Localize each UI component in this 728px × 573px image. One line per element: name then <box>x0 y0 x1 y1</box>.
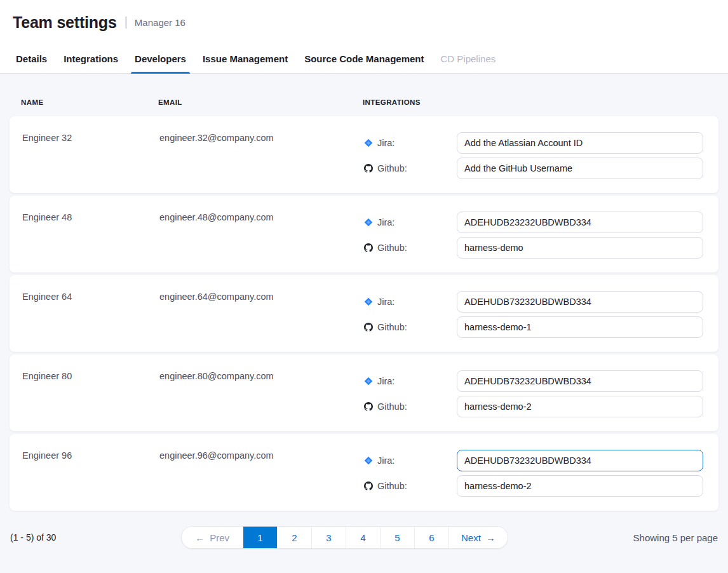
jira-line: Jira: <box>364 212 703 233</box>
table-row: Engineer 80 engineer.80@company.com Jira… <box>10 354 718 431</box>
tab-details[interactable]: Details <box>12 44 51 73</box>
developer-email: engineer.96@company.com <box>159 450 364 511</box>
page-button-3[interactable]: 3 <box>312 527 346 548</box>
table-row: Engineer 32 engineer.32@company.com Jira… <box>10 116 718 193</box>
tab-bar: Details Integrations Developers Issue Ma… <box>0 44 728 74</box>
github-label-text: Github: <box>377 243 407 253</box>
tab-issue-management[interactable]: Issue Management <box>199 44 292 73</box>
github-username-input[interactable] <box>457 316 703 338</box>
page-button-4[interactable]: 4 <box>346 527 381 548</box>
integrations-cell: Jira: Github: <box>364 212 703 273</box>
pager: ← Prev 1 2 3 4 5 6 Next → <box>181 526 508 549</box>
page-button-2[interactable]: 2 <box>278 527 312 548</box>
jira-icon <box>364 297 373 306</box>
jira-account-id-input[interactable] <box>457 132 703 154</box>
pagination-range-text: (1 - 5) of 30 <box>10 532 56 543</box>
github-username-input[interactable] <box>457 475 703 497</box>
jira-icon <box>364 218 373 227</box>
github-label: Github: <box>364 163 457 173</box>
tab-developers-label: Developers <box>135 53 186 64</box>
jira-account-id-input-focused[interactable] <box>457 450 703 471</box>
table-row: Engineer 48 engineer.48@company.com Jira… <box>10 196 718 273</box>
github-label: Github: <box>364 322 457 332</box>
table-row: Engineer 64 engineer.64@company.com Jira… <box>10 275 718 352</box>
pagination-bar: (1 - 5) of 30 ← Prev 1 2 3 4 5 6 Next → … <box>10 526 718 549</box>
github-line: Github: <box>364 158 703 179</box>
developer-name: Engineer 48 <box>22 212 159 273</box>
github-line: Github: <box>364 396 703 417</box>
tab-cd-pipelines-label: CD Pipelines <box>441 53 496 64</box>
table-row: Engineer 96 engineer.96@company.com Jira… <box>10 434 718 511</box>
github-icon <box>364 482 373 490</box>
prev-page-button[interactable]: ← Prev <box>182 527 243 548</box>
tab-issue-management-label: Issue Management <box>203 53 288 64</box>
jira-account-id-input[interactable] <box>457 212 703 233</box>
jira-line: Jira: <box>364 450 703 471</box>
column-header-name: Name <box>21 98 158 106</box>
developer-email: engineer.48@company.com <box>159 212 364 273</box>
developer-name: Engineer 64 <box>22 291 159 352</box>
jira-label-text: Jira: <box>377 297 394 307</box>
integrations-cell: Jira: Github: <box>364 450 703 511</box>
integrations-cell: Jira: Github: <box>364 370 703 431</box>
per-page-text: Showing 5 per page <box>633 532 718 543</box>
github-line: Github: <box>364 316 703 338</box>
jira-icon <box>364 138 373 147</box>
github-label: Github: <box>364 243 457 253</box>
github-label-text: Github: <box>377 401 407 412</box>
github-username-input[interactable] <box>457 237 703 259</box>
right-arrow-icon: → <box>486 532 495 543</box>
developer-name: Engineer 32 <box>22 132 159 193</box>
page-title: Team settings <box>13 13 117 32</box>
jira-label-text: Jira: <box>377 138 394 148</box>
integrations-cell: Jira: Github: <box>364 291 703 352</box>
github-icon <box>364 164 373 173</box>
jira-icon <box>364 456 373 465</box>
tab-integrations-label: Integrations <box>64 53 118 64</box>
github-label-text: Github: <box>377 481 407 491</box>
jira-line: Jira: <box>364 132 703 154</box>
github-line: Github: <box>364 475 703 497</box>
jira-label: Jira: <box>364 217 457 227</box>
github-label-text: Github: <box>377 163 407 173</box>
developer-name: Engineer 80 <box>22 370 159 431</box>
page-header: Team settings | Manager 16 <box>0 0 728 44</box>
jira-account-id-input[interactable] <box>457 370 703 392</box>
github-label-text: Github: <box>377 322 407 332</box>
page-button-5[interactable]: 5 <box>381 527 415 548</box>
jira-label-text: Jira: <box>377 376 394 386</box>
github-username-input[interactable] <box>457 396 703 417</box>
developer-email: engineer.80@company.com <box>159 370 364 431</box>
jira-line: Jira: <box>364 370 703 392</box>
developers-panel: Name Email Integrations Engineer 32 engi… <box>0 74 728 573</box>
prev-label: Prev <box>210 532 229 543</box>
github-label: Github: <box>364 481 457 491</box>
title-separator: | <box>125 15 128 29</box>
jira-label: Jira: <box>364 297 457 307</box>
column-header-integrations: Integrations <box>363 98 703 106</box>
jira-label-text: Jira: <box>377 455 394 466</box>
github-label: Github: <box>364 401 457 412</box>
page-button-6[interactable]: 6 <box>415 527 449 548</box>
page-button-1[interactable]: 1 <box>243 527 278 548</box>
active-tab-underline <box>131 72 190 74</box>
table-header-row: Name Email Integrations <box>10 74 718 116</box>
integrations-cell: Jira: Github: <box>364 132 703 193</box>
github-username-input[interactable] <box>457 158 703 179</box>
github-icon <box>364 323 373 332</box>
jira-account-id-input[interactable] <box>457 291 703 313</box>
jira-label: Jira: <box>364 455 457 466</box>
page-subtitle: Manager 16 <box>135 17 185 28</box>
github-icon <box>364 243 373 252</box>
tab-source-code-management[interactable]: Source Code Management <box>300 44 428 73</box>
jira-icon <box>364 377 373 386</box>
next-label: Next <box>461 532 481 543</box>
tab-developers[interactable]: Developers <box>131 44 190 73</box>
github-icon <box>364 402 373 411</box>
jira-label: Jira: <box>364 376 457 386</box>
developer-email: engineer.64@company.com <box>159 291 364 352</box>
tab-integrations[interactable]: Integrations <box>60 44 122 73</box>
next-page-button[interactable]: Next → <box>449 527 508 548</box>
tab-details-label: Details <box>16 53 47 64</box>
jira-line: Jira: <box>364 291 703 313</box>
